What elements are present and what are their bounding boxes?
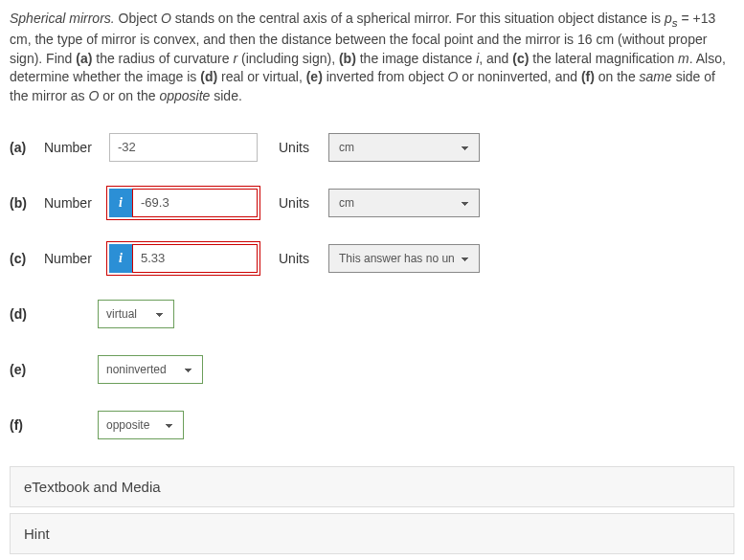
part-f-label: (f) bbox=[10, 417, 33, 433]
part-c-number-input[interactable] bbox=[132, 244, 258, 273]
part-d-row: (d) virtual bbox=[10, 300, 734, 328]
part-d-label: (d) bbox=[10, 306, 33, 322]
part-a-number-input[interactable] bbox=[109, 133, 258, 162]
part-b-number-input[interactable] bbox=[132, 189, 258, 217]
units-label: Units bbox=[279, 140, 317, 155]
part-b-label: (b) bbox=[10, 195, 33, 211]
number-label: Number bbox=[44, 140, 98, 155]
part-e-select[interactable]: noninverted bbox=[98, 355, 203, 384]
part-f-select[interactable]: opposite bbox=[98, 411, 184, 439]
hint-bar[interactable]: Hint bbox=[10, 513, 734, 554]
part-e-row: (e) noninverted bbox=[10, 355, 734, 384]
part-e-label: (e) bbox=[10, 362, 33, 377]
part-b-units-select[interactable]: cm bbox=[328, 189, 480, 217]
units-label: Units bbox=[279, 251, 317, 266]
info-icon[interactable]: i bbox=[109, 189, 132, 217]
part-a-label: (a) bbox=[10, 140, 33, 155]
number-label: Number bbox=[44, 251, 98, 266]
part-a-units-select[interactable]: cm bbox=[328, 133, 480, 162]
part-b-row: (b) Number i Units cm bbox=[10, 189, 734, 217]
part-d-select[interactable]: virtual bbox=[98, 300, 174, 328]
info-icon[interactable]: i bbox=[109, 244, 132, 273]
part-c-row: (c) Number i Units This answer has no un… bbox=[10, 244, 734, 273]
number-label: Number bbox=[44, 195, 98, 211]
etextbook-bar[interactable]: eTextbook and Media bbox=[10, 466, 734, 507]
problem-statement: Spherical mirrors. Object O stands on th… bbox=[10, 10, 734, 106]
part-c-units-select[interactable]: This answer has no units bbox=[328, 244, 480, 273]
units-label: Units bbox=[279, 195, 317, 211]
part-a-row: (a) Number Units cm bbox=[10, 133, 734, 162]
part-f-row: (f) opposite bbox=[10, 411, 734, 439]
part-c-label: (c) bbox=[10, 251, 33, 266]
